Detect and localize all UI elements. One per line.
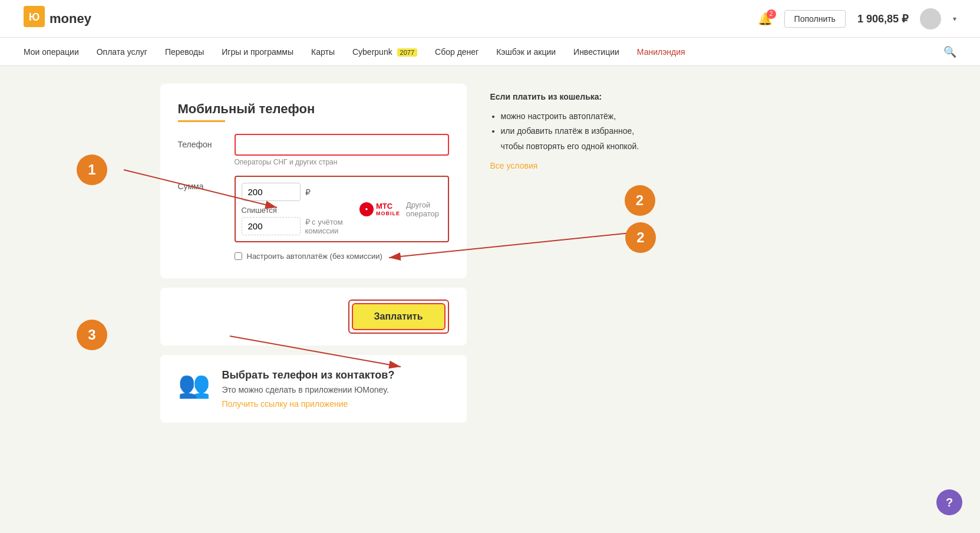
amount-input[interactable]: 200	[242, 183, 301, 201]
deduct-label: Спишется	[242, 206, 277, 215]
all-conditions-link[interactable]: Все условия	[490, 161, 538, 170]
phone-field-area: Операторы СНГ и других стран	[235, 134, 449, 166]
form-card: Мобильный телефон Телефон Операторы СНГ …	[160, 84, 467, 278]
nav-item-services[interactable]: Оплата услуг	[97, 39, 147, 65]
main-content: Мобильный телефон Телефон Операторы СНГ …	[137, 66, 844, 440]
nav-item-cards[interactable]: Карты	[311, 39, 335, 65]
balance-display: 1 906,85 ₽	[857, 12, 908, 25]
amount-row: Сумма 200 ₽ Спишется 200	[178, 176, 449, 242]
phone-hint: Операторы СНГ и других стран	[235, 158, 449, 166]
nav-item-manilandia[interactable]: Манилэндия	[637, 39, 685, 65]
annotation-3: 3	[77, 320, 107, 350]
autopay-label: Настроить автоплатёж (без комиссии)	[247, 252, 382, 261]
amount-label: Сумма	[178, 176, 225, 191]
cyberpunk-label: Cyberpunk	[352, 47, 392, 57]
mts-egg: ●	[359, 202, 374, 216]
mts-label: МТС	[376, 202, 400, 210]
phone-label: Телефон	[178, 134, 225, 149]
main-nav: Мои операции Оплата услуг Переводы Игры …	[0, 38, 980, 66]
nav-item-cashback[interactable]: Кэшбэк и акции	[496, 39, 556, 65]
info-box: Если платить из кошелька: можно настроит…	[490, 90, 655, 216]
pay-button[interactable]: Заплатить	[352, 303, 446, 330]
topup-button[interactable]: Пополнить	[784, 10, 846, 28]
annotation-2: 2	[625, 222, 656, 253]
header-right: 🔔 2 Пополнить 1 906,85 ₽ ▾	[758, 8, 956, 29]
info-item-2: или добавить платёж в избранное, чтобы п…	[501, 124, 655, 153]
deduct-suffix: ₽ с учётом комиссии	[305, 218, 348, 235]
contacts-card: 👥 Выбрать телефон из контактов? Это можн…	[160, 355, 467, 423]
svg-text:Ю: Ю	[29, 11, 40, 23]
deduct-value-row: 200 ₽ с учётом комиссии	[242, 217, 348, 235]
header: Ю money 🔔 2 Пополнить 1 906,85 ₽ ▾	[0, 0, 980, 38]
form-container: Мобильный телефон Телефон Операторы СНГ …	[160, 84, 467, 423]
avatar[interactable]	[920, 8, 941, 29]
contacts-icon: 👥	[178, 369, 210, 400]
annotation-1: 1	[77, 154, 107, 185]
title-underline	[178, 120, 225, 122]
cyberpunk-badge: 2077	[397, 48, 417, 57]
autopay-checkbox[interactable]	[235, 252, 242, 260]
deduct-input[interactable]: 200	[242, 217, 301, 235]
mts-logo: ● МТС MOBILE	[359, 202, 400, 216]
contacts-content: Выбрать телефон из контактов? Это можно …	[222, 369, 395, 409]
other-operator-link[interactable]: Другой оператор	[406, 200, 442, 218]
info-list: можно настроить автоплатёж, или добавить…	[490, 109, 655, 154]
mts-sub: MOBILE	[376, 210, 400, 216]
info-title: Если платить из кошелька:	[490, 92, 602, 101]
search-icon[interactable]: 🔍	[943, 45, 956, 58]
operator-area: ● МТС MOBILE Другой оператор	[359, 183, 442, 235]
amount-operator-box: 200 ₽ Спишется 200 ₽ с учётом комиссии	[235, 176, 449, 242]
logo-icon: Ю	[24, 6, 45, 31]
sum-input-row: 200 ₽	[242, 183, 348, 201]
nav-item-operations[interactable]: Мои операции	[24, 39, 79, 65]
phone-input[interactable]	[235, 134, 449, 156]
deduct-input-row: Спишется	[242, 206, 348, 215]
contacts-title: Выбрать телефон из контактов?	[222, 369, 395, 381]
notification-button[interactable]: 🔔 2	[758, 12, 773, 26]
autopay-row: Настроить автоплатёж (без комиссии)	[178, 252, 449, 261]
notification-badge: 2	[767, 9, 776, 19]
nav-item-games[interactable]: Игры и программы	[222, 39, 293, 65]
form-title: Мобильный телефон	[178, 101, 449, 117]
pay-card: Заплатить	[160, 288, 467, 346]
logo-text: money	[50, 11, 91, 27]
contacts-link[interactable]: Получить ссылку на приложение	[222, 399, 348, 409]
contacts-text: Это можно сделать в приложении ЮMoney.	[222, 385, 395, 394]
info-panel: Если платить из кошелька: можно настроит…	[490, 84, 655, 423]
annotation-2-circle: 2	[625, 185, 655, 216]
currency-symbol: ₽	[305, 187, 311, 197]
phone-row: Телефон Операторы СНГ и других стран	[178, 134, 449, 166]
page-wrapper: 1 2 3 Мобильный телефон Телефон	[0, 66, 980, 440]
chevron-down-icon[interactable]: ▾	[953, 15, 956, 23]
mts-text: МТС MOBILE	[376, 202, 400, 216]
nav-item-fundraising[interactable]: Сбор денег	[435, 39, 479, 65]
nav-item-transfers[interactable]: Переводы	[165, 39, 204, 65]
amount-inputs: 200 ₽ Спишется 200 ₽ с учётом комиссии	[242, 183, 348, 235]
annotation-2-area: 2	[490, 185, 655, 216]
logo-area: Ю money	[24, 6, 91, 31]
nav-item-investments[interactable]: Инвестиции	[573, 39, 619, 65]
info-item-1: можно настроить автоплатёж,	[501, 109, 655, 124]
nav-item-cyberpunk[interactable]: Cyberpunk 2077	[352, 39, 417, 65]
pay-button-wrapper: Заплатить	[348, 300, 449, 334]
